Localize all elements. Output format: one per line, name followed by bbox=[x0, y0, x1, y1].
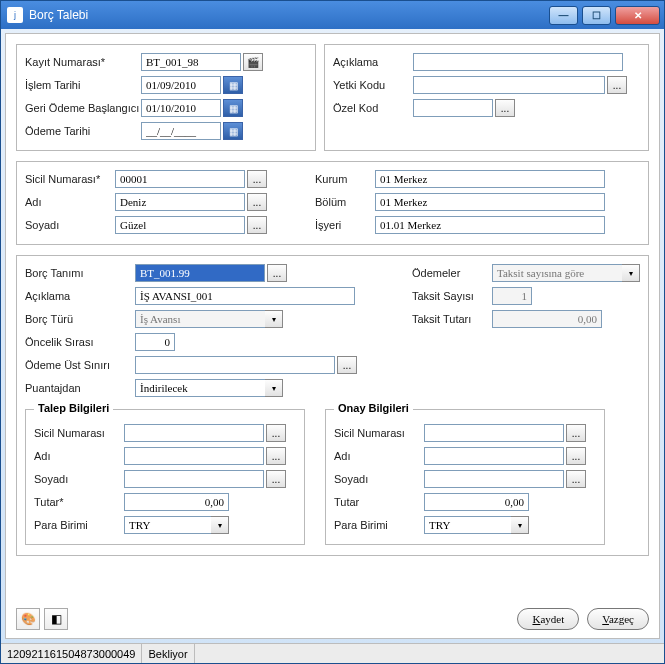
yetki-picker-button[interactable]: ... bbox=[607, 76, 627, 94]
colors-icon-button[interactable]: 🎨 bbox=[16, 608, 40, 630]
window-minimize-button[interactable]: — bbox=[549, 6, 578, 25]
onay-soyadi-input[interactable] bbox=[424, 470, 564, 488]
onay-para-label: Para Birimi bbox=[334, 519, 424, 531]
oncelik-label: Öncelik Sırası bbox=[25, 336, 135, 348]
bolum-label: Bölüm bbox=[315, 196, 375, 208]
app-icon: j bbox=[7, 7, 23, 23]
picker-button[interactable]: ... bbox=[266, 424, 286, 442]
picker-button[interactable]: ... bbox=[266, 447, 286, 465]
kaydet-button[interactable]: KKaydetaydet bbox=[517, 608, 579, 630]
borc-aciklama-label: Açıklama bbox=[25, 290, 135, 302]
onay-adi-input[interactable] bbox=[424, 447, 564, 465]
talep-soyadi-input[interactable] bbox=[124, 470, 264, 488]
soyadi-picker-button[interactable]: ... bbox=[247, 216, 267, 234]
kayit-no-input[interactable] bbox=[141, 53, 241, 71]
calendar-icon[interactable]: ▦ bbox=[223, 122, 243, 140]
status-id: 120921161504873000049 bbox=[1, 644, 142, 663]
talep-soyadi-label: Soyadı bbox=[34, 473, 124, 485]
onay-adi-label: Adı bbox=[334, 450, 424, 462]
isyeri-label: İşyeri bbox=[315, 219, 375, 231]
status-empty bbox=[195, 644, 664, 663]
ozel-kod-input[interactable] bbox=[413, 99, 493, 117]
chevron-down-icon: ▾ bbox=[265, 310, 283, 328]
taksit-sayisi-input bbox=[492, 287, 532, 305]
onay-tutar-label: Tutar bbox=[334, 496, 424, 508]
isyeri-input[interactable] bbox=[375, 216, 605, 234]
talep-sicil-input[interactable] bbox=[124, 424, 264, 442]
odeme-ust-label: Ödeme Üst Sınırı bbox=[25, 359, 135, 371]
ozel-picker-button[interactable]: ... bbox=[495, 99, 515, 117]
yetki-kodu-input[interactable] bbox=[413, 76, 605, 94]
kayit-no-picker-button[interactable]: 🎬 bbox=[243, 53, 263, 71]
adi-input[interactable] bbox=[115, 193, 245, 211]
eraser-icon-button[interactable]: ◧ bbox=[44, 608, 68, 630]
calendar-icon[interactable]: ▦ bbox=[223, 76, 243, 94]
chevron-down-icon[interactable]: ▾ bbox=[511, 516, 529, 534]
kurum-label: Kurum bbox=[315, 173, 375, 185]
geri-odeme-label: Geri Ödeme Başlangıcı bbox=[25, 102, 141, 114]
window-maximize-button[interactable]: ☐ bbox=[582, 6, 611, 25]
talep-adi-input[interactable] bbox=[124, 447, 264, 465]
taksit-sayisi-label: Taksit Sayısı bbox=[412, 290, 492, 302]
sicil-no-label: Sicil Numarası* bbox=[25, 173, 115, 185]
picker-button[interactable]: ... bbox=[566, 424, 586, 442]
picker-button[interactable]: ... bbox=[566, 470, 586, 488]
yetki-kodu-label: Yetki Kodu bbox=[333, 79, 413, 91]
borc-aciklama-input[interactable] bbox=[135, 287, 355, 305]
status-bar: 120921161504873000049 Bekliyor bbox=[1, 643, 664, 663]
borc-tanimi-picker-button[interactable]: ... bbox=[267, 264, 287, 282]
talep-para-label: Para Birimi bbox=[34, 519, 124, 531]
taksit-tutari-input bbox=[492, 310, 602, 328]
odeme-ust-input[interactable] bbox=[135, 356, 335, 374]
window-title: Borç Talebi bbox=[29, 8, 549, 22]
chevron-down-icon[interactable]: ▾ bbox=[211, 516, 229, 534]
talep-tutar-input[interactable] bbox=[124, 493, 229, 511]
sicil-picker-button[interactable]: ... bbox=[247, 170, 267, 188]
titlebar[interactable]: j Borç Talebi — ☐ ✕ bbox=[1, 1, 664, 29]
aciklama-label: Açıklama bbox=[333, 56, 413, 68]
talep-legend: Talep Bilgileri bbox=[34, 402, 113, 414]
sicil-no-input[interactable] bbox=[115, 170, 245, 188]
puantaj-label: Puantajdan bbox=[25, 382, 135, 394]
adi-label: Adı bbox=[25, 196, 115, 208]
odeme-tarihi-label: Ödeme Tarihi bbox=[25, 125, 141, 137]
chevron-down-icon[interactable]: ▾ bbox=[265, 379, 283, 397]
taksit-tutari-label: Taksit Tutarı bbox=[412, 313, 492, 325]
onay-para-select[interactable] bbox=[424, 516, 511, 534]
soyadi-input[interactable] bbox=[115, 216, 245, 234]
onay-sicil-input[interactable] bbox=[424, 424, 564, 442]
calendar-icon[interactable]: ▦ bbox=[223, 99, 243, 117]
status-state: Bekliyor bbox=[142, 644, 194, 663]
odeme-tarihi-input[interactable] bbox=[141, 122, 221, 140]
geri-odeme-input[interactable] bbox=[141, 99, 221, 117]
vazgec-button[interactable]: VazgeçVazgeç bbox=[587, 608, 649, 630]
onay-sicil-label: Sicil Numarası bbox=[334, 427, 424, 439]
odemeler-select bbox=[492, 264, 622, 282]
aciklama-input[interactable] bbox=[413, 53, 623, 71]
chevron-down-icon: ▾ bbox=[622, 264, 640, 282]
oncelik-input[interactable] bbox=[135, 333, 175, 351]
adi-picker-button[interactable]: ... bbox=[247, 193, 267, 211]
borc-tanimi-input[interactable] bbox=[135, 264, 265, 282]
talep-adi-label: Adı bbox=[34, 450, 124, 462]
onay-legend: Onay Bilgileri bbox=[334, 402, 413, 414]
kurum-input[interactable] bbox=[375, 170, 605, 188]
soyadi-label: Soyadı bbox=[25, 219, 115, 231]
bolum-input[interactable] bbox=[375, 193, 605, 211]
talep-tutar-label: Tutar* bbox=[34, 496, 124, 508]
picker-button[interactable]: ... bbox=[266, 470, 286, 488]
onay-tutar-input[interactable] bbox=[424, 493, 529, 511]
window-close-button[interactable]: ✕ bbox=[615, 6, 660, 25]
onay-soyadi-label: Soyadı bbox=[334, 473, 424, 485]
puantaj-select[interactable] bbox=[135, 379, 265, 397]
odeme-ust-picker-button[interactable]: ... bbox=[337, 356, 357, 374]
odemeler-label: Ödemeler bbox=[412, 267, 492, 279]
islem-tarihi-label: İşlem Tarihi bbox=[25, 79, 141, 91]
islem-tarihi-input[interactable] bbox=[141, 76, 221, 94]
picker-button[interactable]: ... bbox=[566, 447, 586, 465]
ozel-kod-label: Özel Kod bbox=[333, 102, 413, 114]
borc-turu-select bbox=[135, 310, 265, 328]
talep-sicil-label: Sicil Numarası bbox=[34, 427, 124, 439]
borc-turu-label: Borç Türü bbox=[25, 313, 135, 325]
talep-para-select[interactable] bbox=[124, 516, 211, 534]
